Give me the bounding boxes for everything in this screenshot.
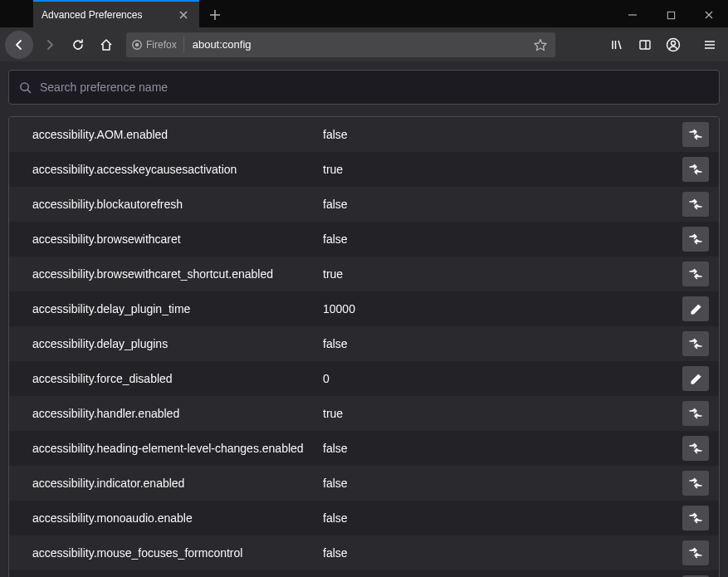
pref-row[interactable]: accessibility.browsewithcaretfalse — [9, 222, 719, 257]
search-icon — [19, 81, 32, 94]
pref-row[interactable]: accessibility.browsewithcaret_shortcut.e… — [9, 257, 719, 291]
toggle-button[interactable] — [682, 436, 709, 461]
pref-row[interactable]: accessibility.force_disabled0 — [9, 361, 719, 396]
toggle-icon — [688, 164, 703, 175]
close-icon[interactable] — [176, 7, 191, 22]
pref-row[interactable]: accessibility.accesskeycausesactivationt… — [9, 152, 719, 187]
toggle-button[interactable] — [682, 471, 709, 496]
toggle-button[interactable] — [682, 540, 709, 565]
url-bar[interactable]: Firefox — [126, 32, 555, 57]
pref-name: accessibility.heading-element-level-chan… — [32, 441, 315, 457]
toggle-icon — [688, 233, 703, 245]
menu-button[interactable] — [696, 32, 723, 58]
nav-toolbar: Firefox — [0, 27, 728, 61]
edit-button[interactable] — [682, 366, 709, 391]
svg-rect-0 — [667, 12, 674, 18]
pref-name: accessibility.AOM.enabled — [32, 127, 315, 143]
pref-value: false — [323, 232, 674, 247]
tab-title: Advanced Preferences — [42, 9, 176, 21]
toggle-button[interactable] — [682, 401, 709, 426]
pref-value: true — [323, 162, 674, 178]
firefox-icon — [131, 39, 143, 51]
maximize-button[interactable] — [652, 2, 690, 27]
account-button[interactable] — [660, 32, 686, 58]
pref-row[interactable]: accessibility.blockautorefreshfalse — [9, 187, 719, 222]
toggle-icon — [688, 408, 703, 419]
pref-value: false — [323, 336, 674, 352]
forward-button[interactable] — [37, 32, 63, 58]
toggle-icon — [688, 198, 703, 210]
pencil-icon — [690, 303, 702, 315]
pref-name: accessibility.monoaudio.enable — [32, 511, 315, 526]
pref-value: true — [323, 266, 674, 282]
tab-strip: Advanced Preferences — [0, 0, 227, 27]
toggle-icon — [688, 443, 703, 454]
pref-name: accessibility.mouse_focuses_formcontrol — [32, 545, 315, 561]
minimize-button[interactable] — [613, 2, 652, 27]
pref-value: 0 — [323, 371, 674, 387]
toggle-button[interactable] — [682, 157, 709, 182]
pref-value: false — [323, 441, 674, 457]
pref-row[interactable]: accessibility.monoaudio.enablefalse — [9, 501, 719, 535]
search-row — [8, 70, 720, 105]
window-controls — [613, 2, 728, 27]
pref-name: accessibility.blockautorefresh — [32, 197, 315, 213]
home-button[interactable] — [93, 32, 120, 58]
pref-value: true — [323, 406, 674, 422]
toolbar-right — [603, 32, 723, 58]
edit-button[interactable] — [682, 296, 709, 321]
pref-row[interactable]: accessibility.support.urlhttps://support… — [9, 570, 719, 577]
pref-row[interactable]: accessibility.delay_pluginsfalse — [9, 326, 719, 361]
pref-row[interactable]: accessibility.heading-element-level-chan… — [9, 431, 719, 466]
reload-button[interactable] — [65, 32, 91, 58]
pref-value: 10000 — [323, 301, 674, 317]
toggle-icon — [688, 512, 703, 524]
pref-row[interactable]: accessibility.delay_plugin_time10000 — [9, 291, 719, 326]
toggle-button[interactable] — [682, 122, 709, 147]
tab-active[interactable]: Advanced Preferences — [33, 0, 199, 27]
pref-name: accessibility.force_disabled — [32, 371, 315, 387]
pref-name: accessibility.accesskeycausesactivation — [32, 162, 315, 178]
pref-name: accessibility.delay_plugins — [32, 336, 315, 352]
toggle-icon — [688, 547, 703, 559]
pref-row[interactable]: accessibility.indicator.enabledfalse — [9, 466, 719, 501]
pref-table: accessibility.AOM.enabledfalseaccessibil… — [8, 116, 720, 577]
titlebar: Advanced Preferences — [0, 0, 728, 27]
pref-value: false — [323, 511, 674, 526]
toggle-icon — [688, 338, 703, 350]
toggle-button[interactable] — [682, 227, 709, 252]
toggle-button[interactable] — [682, 192, 709, 217]
pref-value: false — [323, 197, 674, 213]
pref-value: false — [323, 127, 674, 143]
window-close-button[interactable] — [690, 2, 728, 27]
bookmark-star-icon[interactable] — [530, 35, 550, 55]
library-button[interactable] — [603, 32, 630, 58]
pref-name: accessibility.browsewithcaret_shortcut.e… — [32, 266, 315, 282]
pref-row[interactable]: accessibility.mouse_focuses_formcontrolf… — [9, 535, 719, 570]
svg-point-5 — [672, 41, 676, 45]
pref-row[interactable]: accessibility.AOM.enabledfalse — [9, 117, 719, 152]
pref-value: false — [323, 545, 674, 561]
pref-name: accessibility.delay_plugin_time — [32, 301, 315, 317]
new-tab-button[interactable] — [203, 2, 227, 27]
pencil-icon — [690, 373, 702, 385]
svg-rect-3 — [640, 41, 650, 49]
toggle-icon — [688, 477, 703, 489]
toggle-button[interactable] — [682, 331, 709, 356]
url-input[interactable] — [188, 38, 527, 51]
back-button[interactable] — [5, 31, 33, 59]
toggle-icon — [688, 268, 703, 280]
pref-row[interactable]: accessibility.handler.enabledtrue — [9, 396, 719, 431]
toggle-button[interactable] — [682, 262, 709, 286]
pref-name: accessibility.indicator.enabled — [32, 476, 315, 491]
pref-value: false — [323, 476, 674, 491]
toggle-icon — [688, 129, 703, 140]
toggle-button[interactable] — [682, 506, 709, 531]
identity-label: Firefox — [146, 39, 177, 51]
pref-name: accessibility.browsewithcaret — [32, 232, 315, 247]
svg-point-2 — [135, 42, 139, 46]
sidebar-button[interactable] — [632, 32, 658, 58]
search-input[interactable] — [40, 81, 709, 94]
content-area[interactable]: accessibility.AOM.enabledfalseaccessibil… — [0, 61, 728, 577]
identity-box[interactable]: Firefox — [131, 37, 184, 53]
